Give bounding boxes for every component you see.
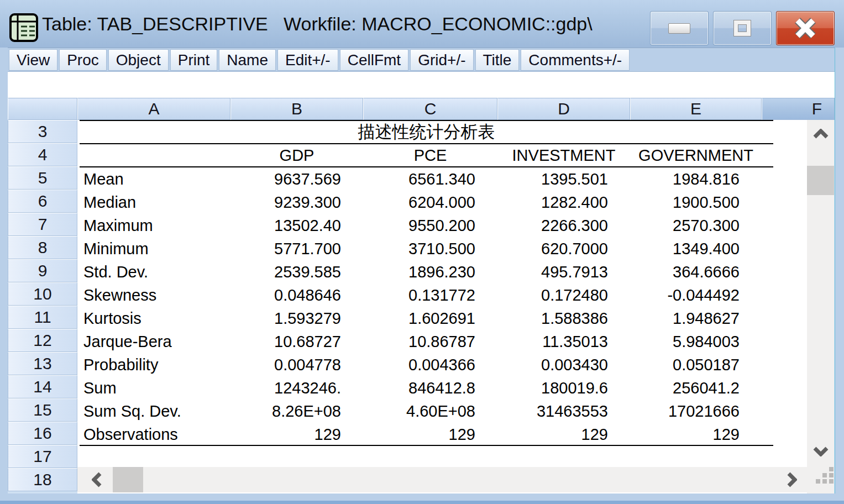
stat-value-cell[interactable]: 0.004366 xyxy=(363,353,497,376)
stat-label[interactable]: Maximum xyxy=(77,214,230,237)
stat-value-cell[interactable]: 2570.300 xyxy=(630,214,762,237)
stat-value-cell[interactable]: 1.602691 xyxy=(363,307,497,330)
stat-value-cell[interactable]: 6561.340 xyxy=(363,167,497,191)
horizontal-scrollbar[interactable] xyxy=(77,467,807,492)
stat-value-cell[interactable]: 0.131772 xyxy=(363,284,497,307)
close-button[interactable] xyxy=(776,11,835,45)
stat-value-cell[interactable]: 0.172480 xyxy=(497,284,630,307)
stat-value-cell[interactable]: 1349.400 xyxy=(630,237,762,260)
stat-value-cell[interactable]: 1243246. xyxy=(230,376,363,400)
stat-value-cell[interactable]: 129 xyxy=(230,423,363,446)
toolbar-button-cellfmt[interactable]: CellFmt xyxy=(340,49,408,71)
stat-value-cell[interactable]: 1900.500 xyxy=(630,191,762,214)
stat-value-cell[interactable]: 17021666 xyxy=(630,400,762,423)
stat-value-cell[interactable]: 1395.501 xyxy=(497,167,630,191)
series-header-pce[interactable]: PCE xyxy=(363,144,497,166)
column-header-D[interactable]: D xyxy=(497,98,630,120)
stat-value-cell[interactable]: 11.35013 xyxy=(497,330,630,353)
scroll-left-icon[interactable] xyxy=(88,467,105,492)
row-header-13[interactable]: 13 xyxy=(8,352,77,375)
stat-value-cell[interactable]: 9550.200 xyxy=(363,214,497,237)
toolbar-button-proc[interactable]: Proc xyxy=(59,49,107,71)
stat-value-cell[interactable]: 0.004778 xyxy=(230,353,363,376)
scroll-down-icon[interactable] xyxy=(807,443,834,460)
row-header-8[interactable]: 8 xyxy=(8,236,77,259)
stat-label[interactable]: Median xyxy=(77,191,230,214)
stat-value-cell[interactable]: 4.60E+08 xyxy=(363,400,497,423)
stat-value-cell[interactable]: 495.7913 xyxy=(497,260,630,284)
stat-value-cell[interactable]: 846412.8 xyxy=(363,376,497,400)
stat-label[interactable]: Observations xyxy=(77,423,230,446)
stat-value-cell[interactable]: 10.68727 xyxy=(230,330,363,353)
stat-value-cell[interactable]: 1.593279 xyxy=(230,307,363,330)
stat-label[interactable]: Mean xyxy=(77,167,230,191)
stat-value-cell[interactable]: 10.86787 xyxy=(363,330,497,353)
stat-value-cell[interactable]: 2266.300 xyxy=(497,214,630,237)
toolbar-button-edit[interactable]: Edit+/- xyxy=(277,49,338,71)
vertical-scrollbar[interactable] xyxy=(807,120,834,494)
row-header-11[interactable]: 11 xyxy=(8,306,77,329)
series-header-gdp[interactable]: GDP xyxy=(230,144,363,166)
toolbar-button-print[interactable]: Print xyxy=(170,49,218,71)
stat-value-cell[interactable]: 13502.40 xyxy=(230,214,363,237)
stat-value-cell[interactable]: 0.048646 xyxy=(230,284,363,307)
stat-label[interactable]: Kurtosis xyxy=(77,307,230,330)
scroll-right-icon[interactable] xyxy=(784,467,800,492)
table-title[interactable]: 描述性统计分析表 xyxy=(80,121,773,143)
toolbar-button-comments[interactable]: Comments+/- xyxy=(521,49,630,71)
stat-label[interactable]: Minimum xyxy=(77,237,230,260)
stat-value-cell[interactable]: 9637.569 xyxy=(230,167,363,191)
stat-value-cell[interactable]: 0.050187 xyxy=(630,353,762,376)
toolbar-button-title[interactable]: Title xyxy=(475,49,520,71)
row-header-4[interactable]: 4 xyxy=(8,143,77,166)
select-all-corner[interactable] xyxy=(8,98,77,120)
row-header-7[interactable]: 7 xyxy=(8,213,77,236)
stat-label[interactable]: Skewness xyxy=(77,284,230,307)
stat-value-cell[interactable]: 5.984003 xyxy=(630,330,762,353)
stat-value-cell[interactable]: 3710.500 xyxy=(363,237,497,260)
row-header-6[interactable]: 6 xyxy=(8,190,77,213)
row-header-16[interactable]: 16 xyxy=(8,422,77,445)
series-header-investment[interactable]: INVESTMENT xyxy=(497,144,630,166)
column-header-F[interactable]: F xyxy=(762,98,835,120)
stat-value-cell[interactable]: 129 xyxy=(497,423,630,446)
row-header-3[interactable]: 3 xyxy=(8,120,77,143)
stat-label[interactable]: Sum xyxy=(77,376,230,400)
row-header-10[interactable]: 10 xyxy=(8,282,77,306)
row-header-15[interactable]: 15 xyxy=(8,398,77,422)
row-header-17[interactable]: 17 xyxy=(8,445,77,468)
row-header-12[interactable]: 12 xyxy=(8,329,77,352)
stat-value-cell[interactable]: 1984.816 xyxy=(630,167,762,191)
row-header-18[interactable]: 18 xyxy=(8,468,77,491)
column-header-C[interactable]: C xyxy=(363,98,497,120)
stat-label[interactable]: Sum Sq. Dev. xyxy=(77,400,230,423)
toolbar-button-grid[interactable]: Grid+/- xyxy=(410,49,473,71)
vertical-scroll-thumb[interactable] xyxy=(807,166,834,195)
series-header-government[interactable]: GOVERNMENT xyxy=(630,144,762,166)
resize-grip-icon[interactable] xyxy=(817,467,833,484)
minimize-button[interactable] xyxy=(650,11,709,45)
stat-label[interactable]: Std. Dev. xyxy=(77,260,230,284)
stat-value-cell[interactable]: 1.588386 xyxy=(497,307,630,330)
scroll-up-icon[interactable] xyxy=(807,125,834,142)
column-header-A[interactable]: A xyxy=(77,98,230,120)
toolbar-button-name[interactable]: Name xyxy=(219,49,276,71)
stat-label[interactable]: Probability xyxy=(77,353,230,376)
stat-value-cell[interactable]: 129 xyxy=(363,423,497,446)
stat-value-cell[interactable]: 364.6666 xyxy=(630,260,762,284)
stat-label[interactable]: Jarque-Bera xyxy=(77,330,230,353)
stat-value-cell[interactable]: 620.7000 xyxy=(497,237,630,260)
stat-value-cell[interactable]: 1.948627 xyxy=(630,307,762,330)
column-header-B[interactable]: B xyxy=(230,98,363,120)
toolbar-button-object[interactable]: Object xyxy=(108,49,169,71)
stat-value-cell[interactable]: 9239.300 xyxy=(230,191,363,214)
stat-value-cell[interactable]: 5771.700 xyxy=(230,237,363,260)
row-header-14[interactable]: 14 xyxy=(8,375,77,398)
stat-value-cell[interactable]: 1896.230 xyxy=(363,260,497,284)
stat-value-cell[interactable]: 180019.6 xyxy=(497,376,630,400)
stat-value-cell[interactable]: 31463553 xyxy=(497,400,630,423)
stat-value-cell[interactable]: 8.26E+08 xyxy=(230,400,363,423)
stat-value-cell[interactable]: 0.003430 xyxy=(497,353,630,376)
restore-button[interactable] xyxy=(713,11,772,45)
stat-value-cell[interactable]: 256041.2 xyxy=(630,376,762,400)
